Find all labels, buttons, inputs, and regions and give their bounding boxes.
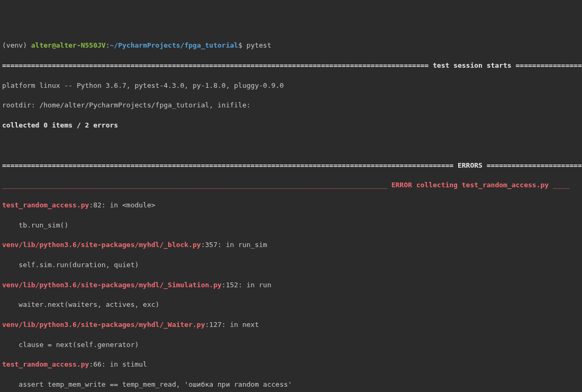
user-host: alter@alter-N550JV bbox=[31, 41, 106, 49]
error1-hdr-pre: ________________________________________… bbox=[2, 181, 392, 189]
collected-line: collected 0 items / 2 errors bbox=[2, 121, 580, 131]
error1-hdr: ERROR collecting test_random_access.py bbox=[392, 181, 549, 189]
tb-file: test_random_access.py bbox=[2, 201, 89, 209]
tb-file: venv/lib/python3.6/site-packages/myhdl/_… bbox=[2, 281, 222, 289]
tb-loc: :66: in stimul bbox=[89, 360, 147, 368]
tb-loc: :152: in run bbox=[222, 281, 271, 289]
command: pytest bbox=[247, 41, 271, 49]
prompt-dollar: $ bbox=[238, 41, 247, 49]
tb-file: venv/lib/python3.6/site-packages/myhdl/_… bbox=[2, 241, 201, 249]
tb-code: tb.run_sim() bbox=[2, 221, 580, 231]
colon: : bbox=[106, 41, 110, 49]
tb-loc: :357: in run_sim bbox=[201, 241, 267, 249]
cwd: ~/PycharmProjects/fpga_tutorial bbox=[110, 41, 239, 49]
rootdir-line: rootdir: /home/alter/PycharmProjects/fpg… bbox=[2, 101, 580, 111]
tb-code: self.sim.run(duration, quiet) bbox=[2, 260, 580, 270]
errors-header: ========================================… bbox=[2, 161, 580, 171]
session-header: ========================================… bbox=[2, 61, 580, 71]
tb-code: assert temp_mem_write == temp_mem_read, … bbox=[2, 380, 580, 390]
venv-label: (venv) bbox=[2, 41, 31, 49]
tb-loc: :82: in <module> bbox=[89, 201, 155, 209]
tb-code: clause = next(self.generator) bbox=[2, 340, 580, 350]
tb-code: waiter.next(waiters, actives, exc) bbox=[2, 300, 580, 310]
terminal-output[interactable]: (venv) alter@alter-N550JV:~/PycharmProje… bbox=[2, 41, 580, 392]
error1-hdr-post: ____ bbox=[549, 181, 569, 189]
tb-file: venv/lib/python3.6/site-packages/myhdl/_… bbox=[2, 321, 205, 329]
tb-loc: :127: in next bbox=[205, 321, 259, 329]
platform-line: platform linux -- Python 3.6.7, pytest-4… bbox=[2, 81, 580, 91]
tb-file: test_random_access.py bbox=[2, 360, 89, 368]
